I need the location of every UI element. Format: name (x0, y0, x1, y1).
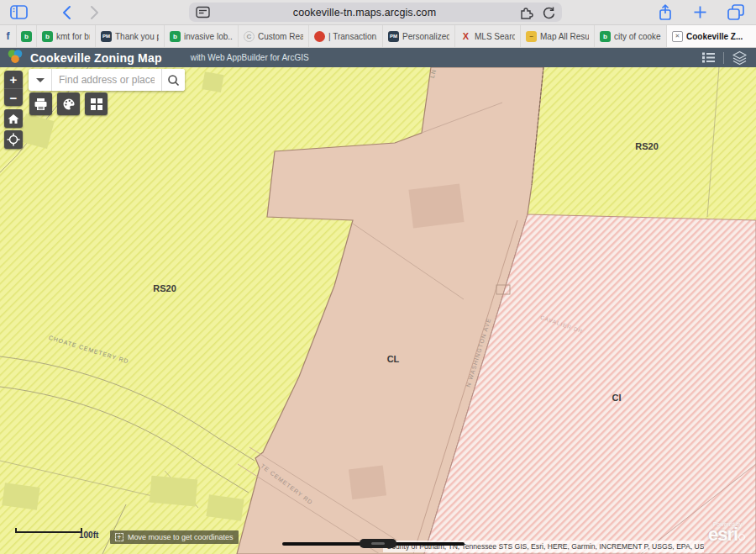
facebook-icon: f (3, 31, 13, 42)
page-subtitle: with Web AppBuilder for ArcGIS (191, 53, 309, 62)
bookmark-label: city of cooke... (614, 32, 661, 41)
bookmark-item[interactable]: ~Map All Resu... (521, 25, 595, 47)
bookmark-item[interactable]: XMLS Search (455, 25, 521, 47)
bing-icon: b (170, 31, 181, 42)
home-icon (8, 113, 19, 124)
nav-controls (0, 5, 189, 20)
red-dot-icon (314, 31, 325, 42)
url-text[interactable]: cookeville-tn.maps.arcgis.com (210, 7, 519, 18)
bookmark-label: | Transaction... (328, 32, 377, 41)
active-tab[interactable]: ✕Cookeville Z... (667, 25, 756, 47)
palette-icon (62, 98, 76, 111)
bing-icon: b (42, 31, 53, 42)
print-button[interactable] (29, 92, 52, 115)
search-input[interactable] (52, 69, 161, 91)
share-icon[interactable] (658, 4, 673, 21)
mls-icon: X (460, 31, 471, 42)
new-tab-icon[interactable] (693, 5, 707, 19)
bookmark-item[interactable]: PMThank you p... (96, 25, 165, 47)
bookmark-item[interactable]: binvasive lob... (165, 25, 239, 47)
zoom-in-button[interactable]: + (4, 71, 23, 88)
bookmark-label: Map All Resu... (540, 32, 589, 41)
draw-button[interactable] (57, 92, 80, 115)
home-extent-button[interactable] (4, 109, 23, 128)
page-title: Cookeville Zoning Map (30, 51, 162, 65)
my-location-button[interactable] (4, 130, 23, 149)
pm-icon: PM (101, 31, 112, 42)
sidebar-icon[interactable] (10, 5, 28, 19)
scale-label: 100ft (79, 530, 98, 540)
locate-icon (7, 133, 20, 146)
close-tab-icon[interactable]: ✕ (672, 31, 683, 42)
bookmark-item[interactable]: b (17, 25, 37, 47)
handle-dash (371, 542, 385, 545)
home-indicator-handle[interactable] (360, 539, 396, 548)
bookmark-label: Custom Real... (258, 32, 303, 41)
back-icon[interactable] (61, 5, 71, 20)
page-settings-icon[interactable] (196, 6, 210, 18)
generic-site-icon: C (244, 31, 255, 42)
header-divider (723, 52, 724, 64)
safari-window: cookeville-tn.maps.arcgis.com f b bkmt f… (0, 0, 756, 554)
browser-toolbar: cookeville-tn.maps.arcgis.com (0, 0, 756, 25)
zoning-map-graphics: RS20 RS20 CL CI CHOATE CEMETERY RD TE CE… (0, 67, 756, 554)
esri-logo[interactable]: Powered by esri (708, 521, 755, 544)
bookmark-item[interactable]: PMPersonalized... (383, 25, 455, 47)
bing-icon: b (600, 31, 611, 42)
grid-icon (90, 98, 103, 111)
search-source-dropdown[interactable] (29, 69, 52, 91)
bookmark-label: kmt for bre (56, 32, 90, 41)
bookmark-item[interactable]: bkmt for bre (37, 25, 96, 47)
zone-label-rs20-left: RS20 (153, 283, 176, 293)
bookmark-item[interactable]: bcity of cooke... (595, 25, 667, 47)
search-button[interactable] (161, 69, 185, 91)
bookmark-item[interactable]: CCustom Real... (239, 25, 309, 47)
coordinates-hint: Move mouse to get coordinates (128, 533, 234, 541)
zoom-control: + − (4, 71, 23, 106)
bookmark-label: Personalized... (402, 32, 449, 41)
bookmark-label: MLS Search (475, 32, 515, 41)
active-tab-label: Cookeville Z... (686, 32, 743, 41)
basemap-gallery-button[interactable] (85, 92, 108, 115)
zone-label-rs20-right: RS20 (635, 141, 659, 151)
bookmark-label: Thank you p... (115, 32, 159, 41)
pm-icon: PM (388, 31, 399, 42)
map-site-icon: ~ (526, 31, 537, 42)
legend-icon[interactable] (701, 51, 716, 64)
crosshair-icon[interactable]: + (115, 533, 123, 541)
scale-bar (15, 528, 82, 533)
print-icon (34, 98, 48, 111)
extensions-icon[interactable] (519, 6, 533, 19)
chevron-down-icon (36, 78, 45, 82)
bookmark-label: invasive lob... (184, 32, 233, 41)
bookmark-item[interactable]: f (0, 25, 17, 47)
map-canvas[interactable]: RS20 RS20 CL CI CHOATE CEMETERY RD TE CE… (0, 67, 756, 554)
bookmarks-bar: f b bkmt for bre PMThank you p... binvas… (0, 25, 756, 48)
tabs-overview-icon[interactable] (727, 4, 744, 20)
coordinates-widget: + Move mouse to get coordinates (110, 530, 239, 544)
forward-icon[interactable] (90, 5, 100, 20)
search-icon (167, 74, 180, 87)
reload-icon[interactable] (542, 6, 555, 19)
bookmark-item[interactable]: | Transaction... (309, 25, 383, 47)
app-logo-icon (7, 48, 24, 68)
app-header: Cookeville Zoning Map with Web AppBuilde… (0, 48, 756, 67)
powered-by-text: Powered by (713, 521, 755, 527)
search-widget (29, 69, 185, 91)
zoom-out-button[interactable]: − (4, 88, 23, 106)
zone-label-cl: CL (387, 354, 400, 364)
zone-label-ci: CI (612, 393, 622, 403)
bing-icon: b (21, 31, 32, 42)
layers-icon[interactable] (732, 50, 748, 66)
address-bar[interactable]: cookeville-tn.maps.arcgis.com (189, 3, 562, 22)
globe-icon (738, 534, 745, 541)
window-controls (658, 4, 756, 21)
